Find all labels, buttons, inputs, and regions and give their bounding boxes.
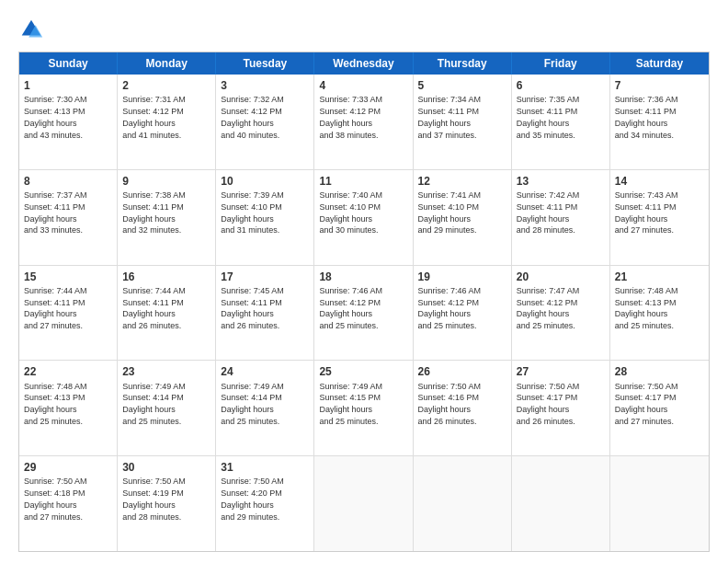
day-cell: 22 Sunrise: 7:48 AMSunset: 4:13 PMDaylig… — [19, 361, 118, 455]
day-cell: 8 Sunrise: 7:37 AMSunset: 4:11 PMDayligh… — [19, 170, 118, 265]
day-cell: 26 Sunrise: 7:50 AMSunset: 4:16 PMDaylig… — [414, 361, 512, 455]
day-cell: 28 Sunrise: 7:50 AMSunset: 4:17 PMDaylig… — [610, 361, 709, 455]
calendar-header: SundayMondayTuesdayWednesdayThursdayFrid… — [19, 52, 709, 75]
day-cell: 24 Sunrise: 7:49 AMSunset: 4:14 PMDaylig… — [216, 361, 314, 455]
day-cell: 19 Sunrise: 7:46 AMSunset: 4:12 PMDaylig… — [414, 266, 512, 361]
day-number: 21 — [615, 270, 704, 284]
day-number: 27 — [517, 364, 605, 379]
day-cell: 12 Sunrise: 7:41 AMSunset: 4:10 PMDaylig… — [414, 170, 512, 265]
cell-info: Sunrise: 7:33 AMSunset: 4:12 PMDaylight … — [319, 95, 382, 139]
day-cell: 4 Sunrise: 7:33 AMSunset: 4:12 PMDayligh… — [314, 75, 413, 169]
cell-info: Sunrise: 7:37 AMSunset: 4:11 PMDaylight … — [24, 190, 87, 235]
cell-info: Sunrise: 7:34 AMSunset: 4:11 PMDaylight … — [418, 95, 482, 139]
day-number: 24 — [221, 364, 309, 379]
cell-info: Sunrise: 7:46 AMSunset: 4:12 PMDaylight … — [319, 286, 382, 330]
day-cell: 1 Sunrise: 7:30 AMSunset: 4:13 PMDayligh… — [19, 75, 118, 169]
cell-info: Sunrise: 7:50 AMSunset: 4:17 PMDaylight … — [615, 382, 678, 426]
cell-info: Sunrise: 7:40 AMSunset: 4:10 PMDaylight … — [319, 190, 382, 235]
cell-info: Sunrise: 7:35 AMSunset: 4:11 PMDaylight … — [517, 95, 580, 139]
header-day: Saturday — [610, 52, 709, 75]
day-cell: 21 Sunrise: 7:48 AMSunset: 4:13 PMDaylig… — [610, 266, 709, 361]
day-cell: 16 Sunrise: 7:44 AMSunset: 4:11 PMDaylig… — [118, 266, 216, 361]
cell-info: Sunrise: 7:44 AMSunset: 4:11 PMDaylight … — [24, 286, 87, 330]
day-number: 25 — [319, 364, 407, 379]
day-number: 15 — [24, 270, 112, 284]
cell-info: Sunrise: 7:47 AMSunset: 4:12 PMDaylight … — [517, 286, 580, 330]
empty-cell — [512, 456, 610, 551]
day-cell: 6 Sunrise: 7:35 AMSunset: 4:11 PMDayligh… — [512, 75, 610, 169]
cell-info: Sunrise: 7:48 AMSunset: 4:13 PMDaylight … — [615, 286, 678, 330]
calendar-row: 8 Sunrise: 7:37 AMSunset: 4:11 PMDayligh… — [19, 170, 709, 266]
day-number: 26 — [418, 364, 506, 379]
cell-info: Sunrise: 7:44 AMSunset: 4:11 PMDaylight … — [122, 286, 186, 330]
cell-info: Sunrise: 7:50 AMSunset: 4:18 PMDaylight … — [24, 477, 87, 521]
day-number: 18 — [319, 270, 407, 284]
day-number: 13 — [517, 174, 605, 189]
cell-info: Sunrise: 7:36 AMSunset: 4:11 PMDaylight … — [615, 95, 678, 139]
day-cell: 20 Sunrise: 7:47 AMSunset: 4:12 PMDaylig… — [512, 266, 610, 361]
page: SundayMondayTuesdayWednesdayThursdayFrid… — [0, 0, 728, 563]
cell-info: Sunrise: 7:50 AMSunset: 4:20 PMDaylight … — [221, 477, 284, 521]
cell-info: Sunrise: 7:38 AMSunset: 4:11 PMDaylight … — [122, 190, 186, 235]
cell-info: Sunrise: 7:41 AMSunset: 4:10 PMDaylight … — [418, 190, 482, 235]
day-cell: 13 Sunrise: 7:42 AMSunset: 4:11 PMDaylig… — [512, 170, 610, 265]
cell-info: Sunrise: 7:50 AMSunset: 4:16 PMDaylight … — [418, 382, 482, 426]
calendar: SundayMondayTuesdayWednesdayThursdayFrid… — [18, 52, 710, 552]
day-number: 12 — [418, 174, 506, 189]
day-cell: 17 Sunrise: 7:45 AMSunset: 4:11 PMDaylig… — [216, 266, 314, 361]
day-number: 10 — [221, 174, 309, 189]
day-number: 6 — [517, 78, 605, 93]
day-cell: 29 Sunrise: 7:50 AMSunset: 4:18 PMDaylig… — [19, 456, 118, 551]
day-number: 7 — [615, 78, 704, 93]
header-day: Sunday — [19, 52, 118, 75]
day-number: 28 — [615, 364, 704, 379]
calendar-row: 29 Sunrise: 7:50 AMSunset: 4:18 PMDaylig… — [19, 456, 709, 551]
day-cell: 30 Sunrise: 7:50 AMSunset: 4:19 PMDaylig… — [118, 456, 216, 551]
empty-cell — [414, 456, 512, 551]
header-day: Monday — [118, 52, 216, 75]
day-number: 20 — [517, 270, 605, 284]
cell-info: Sunrise: 7:31 AMSunset: 4:12 PMDaylight … — [122, 95, 186, 139]
day-cell: 31 Sunrise: 7:50 AMSunset: 4:20 PMDaylig… — [216, 456, 314, 551]
header — [18, 17, 710, 42]
day-cell: 5 Sunrise: 7:34 AMSunset: 4:11 PMDayligh… — [414, 75, 512, 169]
day-number: 4 — [319, 78, 407, 93]
day-cell: 27 Sunrise: 7:50 AMSunset: 4:17 PMDaylig… — [512, 361, 610, 455]
day-cell: 2 Sunrise: 7:31 AMSunset: 4:12 PMDayligh… — [118, 75, 216, 169]
logo — [18, 17, 48, 42]
cell-info: Sunrise: 7:48 AMSunset: 4:13 PMDaylight … — [24, 382, 87, 426]
day-number: 9 — [122, 174, 210, 189]
day-number: 3 — [221, 78, 309, 93]
empty-cell — [314, 456, 413, 551]
calendar-row: 15 Sunrise: 7:44 AMSunset: 4:11 PMDaylig… — [19, 266, 709, 362]
day-number: 2 — [122, 78, 210, 93]
calendar-body: 1 Sunrise: 7:30 AMSunset: 4:13 PMDayligh… — [19, 75, 709, 551]
cell-info: Sunrise: 7:45 AMSunset: 4:11 PMDaylight … — [221, 286, 284, 330]
day-cell: 23 Sunrise: 7:49 AMSunset: 4:14 PMDaylig… — [118, 361, 216, 455]
day-number: 19 — [418, 270, 506, 284]
day-number: 23 — [122, 364, 210, 379]
cell-info: Sunrise: 7:49 AMSunset: 4:15 PMDaylight … — [319, 382, 382, 426]
day-number: 11 — [319, 174, 407, 189]
calendar-row: 1 Sunrise: 7:30 AMSunset: 4:13 PMDayligh… — [19, 75, 709, 170]
cell-info: Sunrise: 7:43 AMSunset: 4:11 PMDaylight … — [615, 190, 678, 235]
calendar-row: 22 Sunrise: 7:48 AMSunset: 4:13 PMDaylig… — [19, 361, 709, 456]
header-day: Wednesday — [314, 52, 413, 75]
day-number: 31 — [221, 460, 309, 475]
cell-info: Sunrise: 7:50 AMSunset: 4:19 PMDaylight … — [122, 477, 186, 521]
day-cell: 14 Sunrise: 7:43 AMSunset: 4:11 PMDaylig… — [610, 170, 709, 265]
cell-info: Sunrise: 7:46 AMSunset: 4:12 PMDaylight … — [418, 286, 482, 330]
cell-info: Sunrise: 7:42 AMSunset: 4:11 PMDaylight … — [517, 190, 580, 235]
day-cell: 25 Sunrise: 7:49 AMSunset: 4:15 PMDaylig… — [314, 361, 413, 455]
day-cell: 15 Sunrise: 7:44 AMSunset: 4:11 PMDaylig… — [19, 266, 118, 361]
header-day: Tuesday — [216, 52, 314, 75]
header-day: Thursday — [414, 52, 512, 75]
empty-cell — [610, 456, 709, 551]
day-number: 1 — [24, 78, 112, 93]
day-number: 14 — [615, 174, 704, 189]
cell-info: Sunrise: 7:39 AMSunset: 4:10 PMDaylight … — [221, 190, 284, 235]
cell-info: Sunrise: 7:30 AMSunset: 4:13 PMDaylight … — [24, 95, 87, 139]
day-number: 17 — [221, 270, 309, 284]
header-day: Friday — [512, 52, 610, 75]
day-number: 16 — [122, 270, 210, 284]
